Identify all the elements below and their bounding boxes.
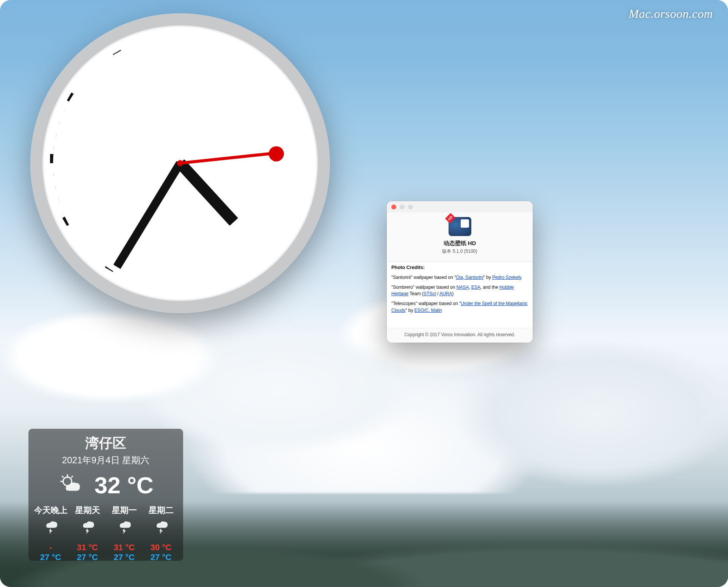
link-pedro-szekely[interactable]: Pedro Szekely (492, 275, 521, 280)
weather-forecast: 今天晚上 - 27 °C 星期天 31 °C 27 °C 星期一 31 °C 2… (32, 505, 179, 562)
svg-line-4 (71, 476, 73, 477)
svg-point-0 (63, 477, 72, 486)
thunder-icon (78, 518, 97, 536)
forecast-day-2: 星期一 31 °C 27 °C (106, 505, 143, 562)
link-stsci[interactable]: STScI (424, 291, 436, 296)
minimize-icon[interactable] (400, 205, 405, 209)
credits-telescopes: "Telescopes" wallpaper based on "Under t… (391, 301, 528, 314)
partly-cloudy-icon (58, 473, 83, 498)
desktop: Mac.orsoon.com 湾仔区 2021年9月4日 星期六 32 (0, 0, 728, 587)
link-eso-malin[interactable]: ESO/C. Malin (414, 308, 442, 313)
about-titlebar[interactable] (387, 201, 533, 212)
clock-widget[interactable] (30, 13, 330, 313)
zoom-icon[interactable] (408, 205, 413, 209)
forecast-day-0-label: 今天晚上 (32, 505, 69, 516)
credits-heading: Photo Credits: (391, 264, 425, 270)
forecast-day-1-low: 27 °C (69, 552, 106, 562)
thunder-icon (42, 518, 60, 536)
app-name: 动态壁纸 HD (387, 240, 533, 247)
forecast-day-0-low: 27 °C (32, 552, 69, 562)
app-version: 版本 5.1.0 (5100) (387, 248, 533, 255)
weather-current-temp: 32 °C (94, 472, 154, 499)
forecast-day-1-high: 31 °C (69, 543, 106, 552)
svg-line-3 (62, 476, 63, 477)
weather-location: 湾仔区 (32, 434, 179, 453)
thunder-icon (115, 518, 133, 536)
app-icon (449, 217, 471, 236)
credits-santorini: "Santorini" wallpaper based on "Oia, San… (391, 274, 528, 281)
about-copyright: Copyright © 2017 Voros Innovation. All r… (387, 328, 533, 343)
forecast-day-3-high: 30 °C (143, 543, 179, 552)
weather-widget[interactable]: 湾仔区 2021年9月4日 星期六 32 °C 今天晚上 - 27 (28, 429, 183, 561)
about-header: 动态壁纸 HD 版本 5.1.0 (5100) (387, 212, 533, 257)
about-credits[interactable]: Photo Credits: "Santorini" wallpaper bas… (387, 261, 533, 328)
forecast-day-2-low: 27 °C (106, 552, 143, 562)
forecast-day-1: 星期天 31 °C 27 °C (69, 505, 106, 562)
credits-sombrero: "Sombrero" wallpaper based on NASA, ESA,… (391, 284, 528, 297)
about-window[interactable]: 动态壁纸 HD 版本 5.1.0 (5100) Photo Credits: "… (387, 201, 533, 343)
close-icon[interactable] (391, 205, 396, 209)
clock-center-pin (177, 160, 183, 166)
forecast-day-2-high: 31 °C (106, 543, 143, 552)
forecast-day-3-label: 星期二 (143, 505, 179, 516)
link-aura[interactable]: AURA (439, 291, 452, 296)
link-esa[interactable]: ESA (471, 285, 480, 290)
link-oia-santorini[interactable]: Oia, Santorini (456, 275, 483, 280)
clock-second-ball (269, 146, 284, 161)
forecast-day-0-high: - (32, 543, 69, 552)
watermark-text: Mac.orsoon.com (629, 7, 713, 21)
forecast-day-2-label: 星期一 (106, 505, 143, 516)
thunder-icon (152, 518, 170, 536)
forecast-day-1-label: 星期天 (69, 505, 106, 516)
weather-current: 32 °C (32, 472, 179, 499)
forecast-day-0: 今天晚上 - 27 °C (32, 505, 69, 562)
forecast-day-3-low: 27 °C (143, 552, 179, 562)
weather-date: 2021年9月4日 星期六 (32, 454, 179, 466)
link-nasa[interactable]: NASA (457, 285, 469, 290)
forecast-day-3: 星期二 30 °C 27 °C (143, 505, 179, 562)
